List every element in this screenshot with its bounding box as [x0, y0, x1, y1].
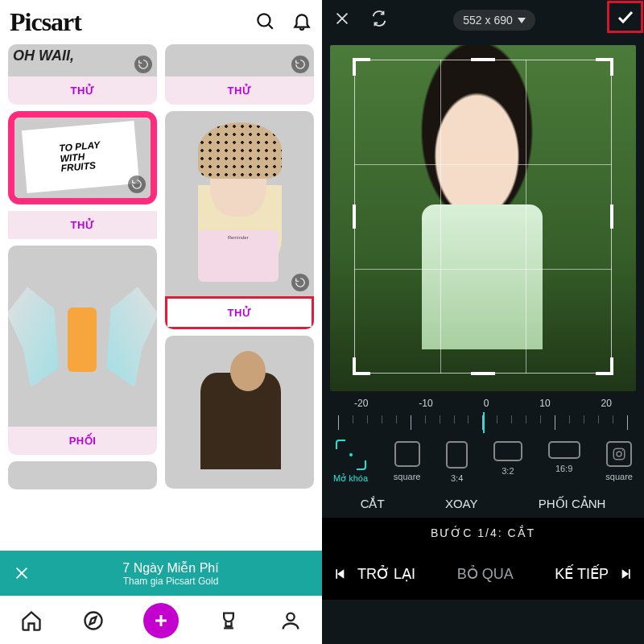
- nav-home-icon[interactable]: [19, 609, 43, 633]
- promo-title: 7 Ngày Miễn Phí: [43, 560, 298, 576]
- feed-card[interactable]: THỬ: [165, 44, 314, 105]
- feed-card[interactable]: [8, 461, 157, 489]
- card-overlay-text: OH WAII,: [13, 47, 74, 64]
- replay-icon[interactable]: [134, 56, 152, 73]
- svg-marker-12: [518, 18, 526, 23]
- svg-point-4: [85, 612, 101, 629]
- ruler-tick-label: 10: [539, 398, 550, 409]
- reset-icon[interactable]: [370, 10, 388, 31]
- aspect-square[interactable]: square: [394, 441, 421, 484]
- feed-card[interactable]: PHỐI: [8, 246, 157, 455]
- picsart-logo: Picsart: [10, 7, 81, 37]
- replay-icon[interactable]: [128, 175, 146, 193]
- dimensions-value: 552 x 690: [463, 14, 513, 27]
- aspect-ratio-row: Mở khóa square 3:4 3:2 16:9 square: [322, 438, 644, 485]
- close-icon[interactable]: [0, 564, 43, 582]
- svg-rect-19: [629, 569, 630, 579]
- svg-point-15: [622, 450, 624, 452]
- svg-point-9: [287, 613, 295, 620]
- aspect-3-4[interactable]: 3:4: [446, 441, 468, 484]
- ruler-tick-label: 20: [601, 398, 612, 409]
- nav-explore-icon[interactable]: [81, 609, 105, 633]
- card-overlay-text: TO PLAY WITH FRUITS: [59, 140, 102, 174]
- svg-point-14: [617, 452, 621, 456]
- aspect-3-2[interactable]: 3:2: [493, 441, 522, 484]
- bottom-nav: [0, 596, 322, 644]
- straighten-ruler[interactable]: -20 -10 0 10 20: [322, 398, 644, 438]
- try-button[interactable]: THỬ: [165, 76, 314, 105]
- step-indicator: BƯỚC 1/4: CẮT: [322, 518, 644, 548]
- tab-crop[interactable]: CẮT: [361, 497, 385, 511]
- next-button[interactable]: KẾ TIẾP: [555, 565, 633, 583]
- svg-point-0: [258, 14, 270, 26]
- dimensions-dropdown[interactable]: 552 x 690: [453, 10, 535, 31]
- try-button[interactable]: THỬ: [8, 76, 157, 105]
- crop-handle-br[interactable]: [596, 357, 613, 375]
- apply-button[interactable]: [607, 1, 643, 33]
- svg-rect-17: [336, 569, 337, 579]
- feed-card[interactable]: OH WAII, THỬ: [8, 44, 157, 105]
- crop-handle-tr[interactable]: [596, 58, 613, 76]
- mix-button[interactable]: PHỐI: [8, 427, 157, 455]
- svg-marker-16: [337, 569, 344, 579]
- crop-handle-tl[interactable]: [353, 58, 370, 76]
- prev-button[interactable]: TRỞ LẠI: [333, 565, 415, 583]
- svg-marker-5: [89, 617, 96, 624]
- svg-line-1: [269, 24, 273, 28]
- crop-handle-bottom[interactable]: [471, 372, 495, 375]
- search-icon[interactable]: [254, 10, 275, 35]
- nav-profile-icon[interactable]: [279, 609, 303, 633]
- crop-handle-right[interactable]: [610, 204, 613, 229]
- ruler-tick-label: -10: [419, 398, 432, 409]
- bell-icon[interactable]: [291, 10, 312, 35]
- ruler-tick-label: 0: [484, 398, 489, 409]
- picsart-home-screen: Picsart OH WAII, THỬ TO PLAY WITH FRUITS…: [0, 0, 322, 644]
- tab-rotate[interactable]: XOAY: [445, 497, 478, 511]
- crop-handle-top[interactable]: [471, 58, 495, 61]
- home-header: Picsart: [0, 0, 322, 44]
- ruler-tick-label: -20: [354, 398, 368, 409]
- feed-card[interactable]: Reminder THỬ: [165, 111, 314, 329]
- feed-card[interactable]: [165, 336, 314, 489]
- ruler-pointer[interactable]: [483, 412, 485, 433]
- try-button-highlighted[interactable]: THỬ: [165, 296, 314, 329]
- nav-challenges-icon[interactable]: [217, 609, 241, 633]
- crop-handle-bl[interactable]: [353, 357, 370, 375]
- aspect-instagram[interactable]: square: [605, 441, 633, 484]
- replay-icon[interactable]: [291, 56, 309, 73]
- aspect-16-9[interactable]: 16:9: [548, 441, 580, 484]
- skip-button[interactable]: BỎ QUA: [457, 565, 514, 583]
- crop-canvas[interactable]: [330, 45, 636, 391]
- close-icon[interactable]: [333, 10, 351, 31]
- gold-promo-banner[interactable]: 7 Ngày Miễn Phí Tham gia Picsart Gold: [0, 551, 322, 596]
- try-button[interactable]: THỬ: [8, 211, 157, 239]
- replay-icon[interactable]: [291, 274, 309, 291]
- promo-subtitle: Tham gia Picsart Gold: [43, 576, 298, 587]
- crop-frame[interactable]: [354, 60, 612, 374]
- wizard-nav: TRỞ LẠI BỎ QUA KẾ TIẾP: [322, 548, 644, 600]
- crop-editor-screen: 552 x 690 -20 -10 0 10 20: [322, 0, 644, 644]
- svg-marker-18: [622, 569, 629, 579]
- tool-tabs: CẮT XOAY PHỐI CẢNH: [322, 485, 644, 518]
- crop-handle-left[interactable]: [353, 204, 356, 229]
- reminder-sticker: Reminder: [198, 230, 279, 282]
- editor-topbar: 552 x 690: [322, 0, 644, 40]
- aspect-free[interactable]: Mở khóa: [333, 441, 368, 484]
- feed-card-featured[interactable]: TO PLAY WITH FRUITS: [8, 111, 157, 204]
- create-button[interactable]: [143, 603, 179, 638]
- tab-perspective[interactable]: PHỐI CẢNH: [539, 497, 606, 511]
